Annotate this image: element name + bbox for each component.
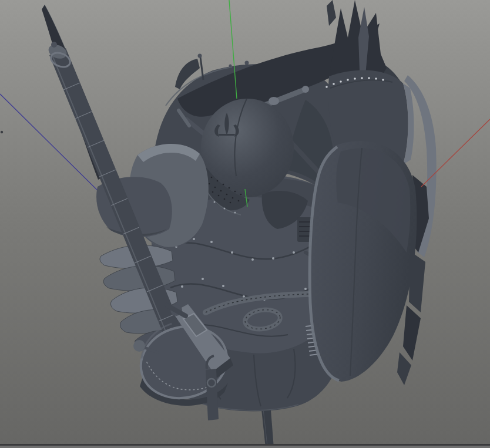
viewport-window: [0, 0, 490, 448]
viewport-border-line: [0, 444, 490, 446]
viewport-canvas[interactable]: [0, 0, 490, 448]
stray-vertex-dot: [1, 131, 3, 133]
viewport-border-strip: [0, 446, 490, 448]
